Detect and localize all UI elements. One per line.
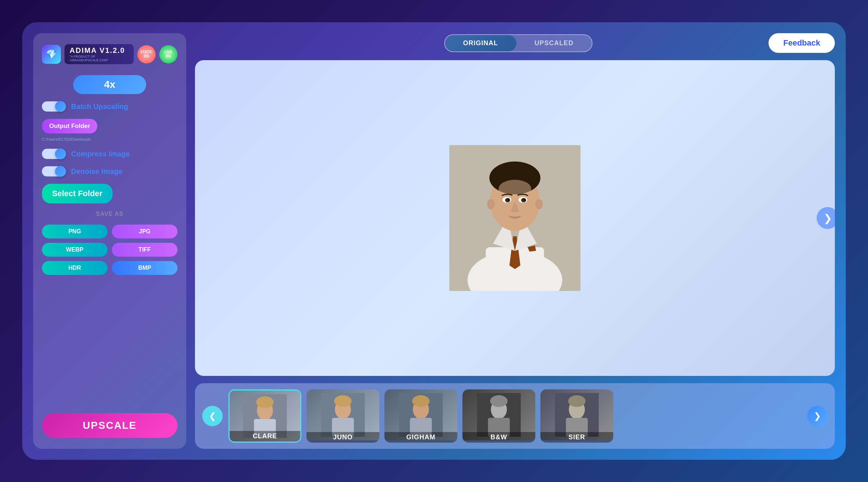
image-viewer: ❯ [195, 60, 835, 376]
thumbnails: CLARE JUNO [228, 389, 801, 443]
toggle-thumb-denoise [55, 166, 66, 177]
original-tab[interactable]: ORIGINAL [445, 35, 516, 51]
batch-upscaling-row: Batch Upscaling [42, 101, 177, 112]
upscaled-tab[interactable]: UPSCALED [516, 35, 592, 51]
logo-text-block: ADIMA V1.2.0 "A PRODUCT OF AIIMAGEUPSCAL… [64, 44, 134, 64]
format-hdr-button[interactable]: HDR [42, 261, 107, 275]
main-image [449, 145, 580, 291]
thumbnail-juno[interactable]: JUNO [306, 389, 379, 443]
thumbnail-bw[interactable]: B&W [462, 389, 535, 443]
thumbnail-gigham[interactable]: GIGHAM [384, 389, 457, 443]
format-webp-button[interactable]: WEBP [42, 243, 107, 257]
app-title: ADIMA V1.2.0 [70, 46, 129, 55]
arrow-left-icon: ❮ [209, 411, 216, 421]
svg-point-31 [412, 395, 430, 407]
left-panel: 💎 ADIMA V1.2.0 "A PRODUCT OF AIIMAGEUPSC… [33, 33, 186, 449]
folder-path: C:/Users/81783/Downloads [42, 137, 177, 141]
svg-point-35 [490, 395, 508, 407]
select-folder-button[interactable]: Select Folder [42, 184, 113, 203]
upscale-button[interactable]: UPSCALE [42, 413, 177, 438]
badge-static[interactable]: STATIC BG [137, 45, 156, 63]
denoise-image-label: Denoise Image [71, 167, 122, 176]
svg-point-18 [523, 198, 525, 201]
panel-arrow-right[interactable]: ❯ [817, 207, 835, 229]
denoise-image-row: Denoise Image [42, 166, 177, 176]
svg-point-20 [535, 199, 543, 209]
badge-static-line2: BG [144, 54, 149, 59]
save-as-label: SAVE AS [42, 211, 177, 217]
svg-point-27 [334, 395, 352, 407]
denoise-image-toggle[interactable] [42, 166, 65, 176]
batch-upscaling-label: Batch Upscaling [71, 102, 128, 111]
thumbnail-strip: ❮ CLARE [195, 383, 835, 449]
scale-button[interactable]: 4x [73, 75, 146, 94]
format-jpg-button[interactable]: JPG [112, 225, 177, 238]
thumb-label-sier: SIER [540, 432, 613, 443]
compress-image-toggle[interactable] [42, 149, 65, 159]
thumbnail-clare[interactable]: CLARE [228, 389, 301, 443]
batch-upscaling-toggle[interactable] [42, 101, 65, 112]
right-panel: ORIGINAL UPSCALED Feedback [195, 33, 835, 449]
output-folder-button[interactable]: Output Folder [42, 119, 97, 133]
compress-image-row: Compress Image [42, 149, 177, 159]
format-bmp-button[interactable]: BMP [112, 261, 177, 275]
view-toggle: ORIGINAL UPSCALED [444, 34, 593, 52]
compress-image-label: Compress Image [71, 150, 130, 158]
top-bar: ORIGINAL UPSCALED Feedback [195, 33, 835, 53]
svg-point-39 [568, 395, 586, 407]
feedback-button[interactable]: Feedback [769, 33, 835, 53]
toggle-thumb [55, 101, 66, 112]
format-grid: PNG JPG WEBP TIFF HDR BMP [42, 225, 177, 275]
main-container: 💎 ADIMA V1.2.0 "A PRODUCT OF AIIMAGEUPSC… [22, 22, 846, 460]
strip-arrow-left[interactable]: ❮ [202, 406, 223, 426]
badge-live-line1: LIVE [164, 50, 172, 54]
thumb-label-clare: CLARE [230, 431, 300, 442]
chevron-right-icon: ❯ [824, 212, 832, 224]
strip-arrow-right[interactable]: ❯ [807, 406, 828, 426]
thumbnail-sier[interactable]: SIER [540, 389, 613, 443]
logo-bar: 💎 ADIMA V1.2.0 "A PRODUCT OF AIIMAGEUPSC… [42, 44, 177, 64]
svg-point-23 [256, 396, 274, 408]
svg-point-17 [507, 198, 509, 201]
thumb-label-juno: JUNO [306, 432, 379, 443]
thumb-label-gigham: GIGHAM [384, 432, 457, 443]
format-tiff-button[interactable]: TIFF [112, 243, 177, 257]
svg-point-19 [487, 199, 494, 209]
format-png-button[interactable]: PNG [42, 225, 107, 238]
badge-static-line1: STATIC [140, 50, 153, 54]
app-subtitle: "A PRODUCT OF AIIMAGEUPSCALE.COM" [70, 55, 129, 62]
logo-icon: 💎 [42, 45, 61, 64]
badge-live-line2: BG [166, 54, 171, 59]
toggle-thumb-compress [55, 148, 66, 159]
badge-live[interactable]: LIVE BG [159, 45, 177, 63]
arrow-right-icon: ❯ [814, 411, 821, 421]
thumb-label-bw: B&W [462, 432, 535, 443]
